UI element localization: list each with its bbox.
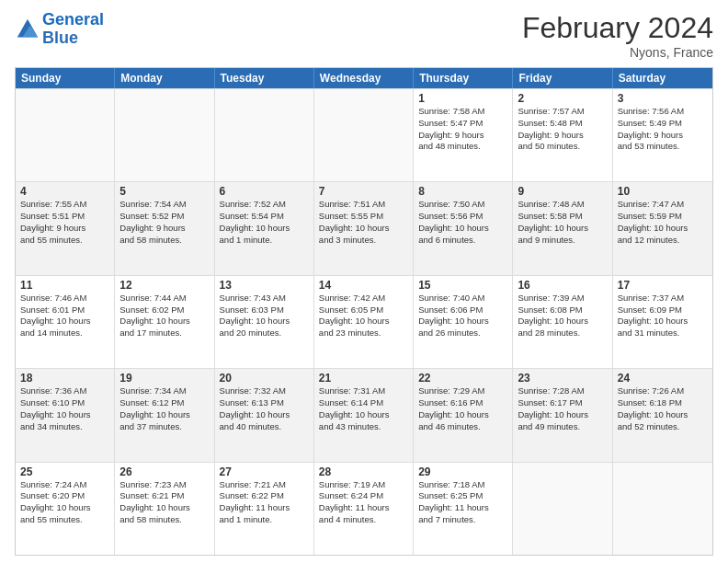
day-number: 22 — [418, 372, 507, 385]
cell-info: Sunrise: 7:29 AM Sunset: 6:16 PM Dayligh… — [418, 385, 507, 432]
calendar-cell: 14Sunrise: 7:42 AM Sunset: 6:05 PM Dayli… — [314, 276, 414, 368]
day-number: 4 — [20, 185, 109, 198]
calendar-cell: 29Sunrise: 7:18 AM Sunset: 6:25 PM Dayli… — [414, 463, 513, 555]
calendar-cell: 7Sunrise: 7:51 AM Sunset: 5:55 PM Daylig… — [314, 182, 414, 274]
day-number: 26 — [119, 465, 209, 478]
day-number: 24 — [618, 372, 708, 385]
calendar-cell: 9Sunrise: 7:48 AM Sunset: 5:58 PM Daylig… — [513, 182, 612, 274]
weekday-header: Monday — [115, 68, 214, 88]
calendar-row: 18Sunrise: 7:36 AM Sunset: 6:10 PM Dayli… — [16, 368, 712, 461]
calendar: SundayMondayTuesdayWednesdayThursdayFrid… — [15, 67, 713, 556]
cell-info: Sunrise: 7:58 AM Sunset: 5:47 PM Dayligh… — [418, 106, 507, 153]
day-number: 11 — [20, 279, 109, 292]
cell-info: Sunrise: 7:32 AM Sunset: 6:13 PM Dayligh… — [220, 385, 309, 432]
calendar-cell: 25Sunrise: 7:24 AM Sunset: 6:20 PM Dayli… — [16, 463, 115, 555]
calendar-cell: 12Sunrise: 7:44 AM Sunset: 6:02 PM Dayli… — [115, 276, 214, 368]
cell-info: Sunrise: 7:54 AM Sunset: 5:52 PM Dayligh… — [119, 199, 209, 246]
cell-info: Sunrise: 7:19 AM Sunset: 6:24 PM Dayligh… — [319, 479, 408, 526]
calendar-cell: 11Sunrise: 7:46 AM Sunset: 6:01 PM Dayli… — [16, 276, 115, 368]
calendar-cell: 18Sunrise: 7:36 AM Sunset: 6:10 PM Dayli… — [16, 369, 115, 461]
logo-icon — [15, 17, 40, 42]
weekday-header: Saturday — [613, 68, 712, 88]
day-number: 17 — [618, 279, 708, 292]
cell-info: Sunrise: 7:57 AM Sunset: 5:48 PM Dayligh… — [518, 106, 607, 153]
cell-info: Sunrise: 7:24 AM Sunset: 6:20 PM Dayligh… — [20, 479, 109, 526]
cell-info: Sunrise: 7:36 AM Sunset: 6:10 PM Dayligh… — [20, 385, 109, 432]
calendar-cell: 6Sunrise: 7:52 AM Sunset: 5:54 PM Daylig… — [215, 182, 314, 274]
calendar-cell: 2Sunrise: 7:57 AM Sunset: 5:48 PM Daylig… — [513, 89, 612, 181]
calendar-cell: 15Sunrise: 7:40 AM Sunset: 6:06 PM Dayli… — [414, 276, 513, 368]
weekday-header: Sunday — [16, 68, 115, 88]
calendar-cell: 28Sunrise: 7:19 AM Sunset: 6:24 PM Dayli… — [314, 463, 414, 555]
calendar-body: 1Sunrise: 7:58 AM Sunset: 5:47 PM Daylig… — [16, 88, 712, 555]
calendar-cell: 24Sunrise: 7:26 AM Sunset: 6:18 PM Dayli… — [613, 369, 712, 461]
day-number: 12 — [119, 279, 209, 292]
calendar-cell: 16Sunrise: 7:39 AM Sunset: 6:08 PM Dayli… — [513, 276, 612, 368]
weekday-header: Thursday — [414, 68, 513, 88]
day-number: 29 — [418, 465, 507, 478]
calendar-cell: 8Sunrise: 7:50 AM Sunset: 5:56 PM Daylig… — [414, 182, 513, 274]
calendar-cell: 20Sunrise: 7:32 AM Sunset: 6:13 PM Dayli… — [215, 369, 314, 461]
header: General Blue February 2024 Nyons, France — [15, 11, 713, 60]
day-number: 14 — [319, 279, 408, 292]
cell-info: Sunrise: 7:43 AM Sunset: 6:03 PM Dayligh… — [220, 293, 309, 339]
cell-info: Sunrise: 7:23 AM Sunset: 6:21 PM Dayligh… — [119, 479, 209, 526]
calendar-cell: 5Sunrise: 7:54 AM Sunset: 5:52 PM Daylig… — [115, 182, 214, 274]
cell-info: Sunrise: 7:21 AM Sunset: 6:22 PM Dayligh… — [220, 479, 309, 526]
weekday-header: Wednesday — [314, 68, 414, 88]
cell-info: Sunrise: 7:40 AM Sunset: 6:06 PM Dayligh… — [418, 293, 507, 339]
logo-text-line2: Blue — [42, 29, 104, 48]
calendar-cell: 26Sunrise: 7:23 AM Sunset: 6:21 PM Dayli… — [115, 463, 214, 555]
cell-info: Sunrise: 7:31 AM Sunset: 6:14 PM Dayligh… — [319, 385, 408, 432]
day-number: 7 — [319, 185, 408, 198]
cell-info: Sunrise: 7:34 AM Sunset: 6:12 PM Dayligh… — [119, 385, 209, 432]
cell-info: Sunrise: 7:42 AM Sunset: 6:05 PM Dayligh… — [319, 293, 408, 339]
cell-info: Sunrise: 7:51 AM Sunset: 5:55 PM Dayligh… — [319, 199, 408, 246]
cell-info: Sunrise: 7:44 AM Sunset: 6:02 PM Dayligh… — [119, 293, 209, 339]
calendar-row: 11Sunrise: 7:46 AM Sunset: 6:01 PM Dayli… — [16, 275, 712, 368]
title-block: February 2024 Nyons, France — [522, 11, 713, 60]
calendar-cell: 4Sunrise: 7:55 AM Sunset: 5:51 PM Daylig… — [16, 182, 115, 274]
cell-info: Sunrise: 7:28 AM Sunset: 6:17 PM Dayligh… — [518, 385, 607, 432]
calendar-cell: 3Sunrise: 7:56 AM Sunset: 5:49 PM Daylig… — [613, 89, 712, 181]
calendar-cell: 22Sunrise: 7:29 AM Sunset: 6:16 PM Dayli… — [414, 369, 513, 461]
day-number: 9 — [518, 185, 607, 198]
day-number: 6 — [220, 185, 309, 198]
calendar-cell: 17Sunrise: 7:37 AM Sunset: 6:09 PM Dayli… — [613, 276, 712, 368]
logo-text-line1: General — [42, 11, 104, 29]
day-number: 23 — [518, 372, 607, 385]
cell-info: Sunrise: 7:48 AM Sunset: 5:58 PM Dayligh… — [518, 199, 607, 246]
cell-info: Sunrise: 7:26 AM Sunset: 6:18 PM Dayligh… — [618, 385, 708, 432]
calendar-cell — [613, 463, 712, 555]
calendar-cell — [513, 463, 612, 555]
calendar-row: 25Sunrise: 7:24 AM Sunset: 6:20 PM Dayli… — [16, 462, 712, 555]
day-number: 19 — [119, 372, 209, 385]
day-number: 10 — [618, 185, 708, 198]
cell-info: Sunrise: 7:18 AM Sunset: 6:25 PM Dayligh… — [418, 479, 507, 526]
calendar-cell: 27Sunrise: 7:21 AM Sunset: 6:22 PM Dayli… — [215, 463, 314, 555]
day-number: 2 — [518, 92, 607, 105]
calendar-cell: 19Sunrise: 7:34 AM Sunset: 6:12 PM Dayli… — [115, 369, 214, 461]
cell-info: Sunrise: 7:55 AM Sunset: 5:51 PM Dayligh… — [20, 199, 109, 246]
day-number: 27 — [220, 465, 309, 478]
calendar-cell: 13Sunrise: 7:43 AM Sunset: 6:03 PM Dayli… — [215, 276, 314, 368]
calendar-header: SundayMondayTuesdayWednesdayThursdayFrid… — [16, 68, 712, 88]
calendar-cell — [314, 89, 414, 181]
location: Nyons, France — [522, 45, 713, 60]
day-number: 21 — [319, 372, 408, 385]
cell-info: Sunrise: 7:39 AM Sunset: 6:08 PM Dayligh… — [518, 293, 607, 339]
day-number: 8 — [418, 185, 507, 198]
weekday-header: Tuesday — [215, 68, 314, 88]
calendar-cell — [215, 89, 314, 181]
calendar-row: 4Sunrise: 7:55 AM Sunset: 5:51 PM Daylig… — [16, 181, 712, 274]
page: General Blue February 2024 Nyons, France… — [0, 0, 728, 563]
day-number: 1 — [418, 92, 507, 105]
day-number: 16 — [518, 279, 607, 292]
cell-info: Sunrise: 7:50 AM Sunset: 5:56 PM Dayligh… — [418, 199, 507, 246]
calendar-cell: 23Sunrise: 7:28 AM Sunset: 6:17 PM Dayli… — [513, 369, 612, 461]
calendar-cell — [16, 89, 115, 181]
day-number: 5 — [119, 185, 209, 198]
cell-info: Sunrise: 7:47 AM Sunset: 5:59 PM Dayligh… — [618, 199, 708, 246]
day-number: 20 — [220, 372, 309, 385]
day-number: 13 — [220, 279, 309, 292]
